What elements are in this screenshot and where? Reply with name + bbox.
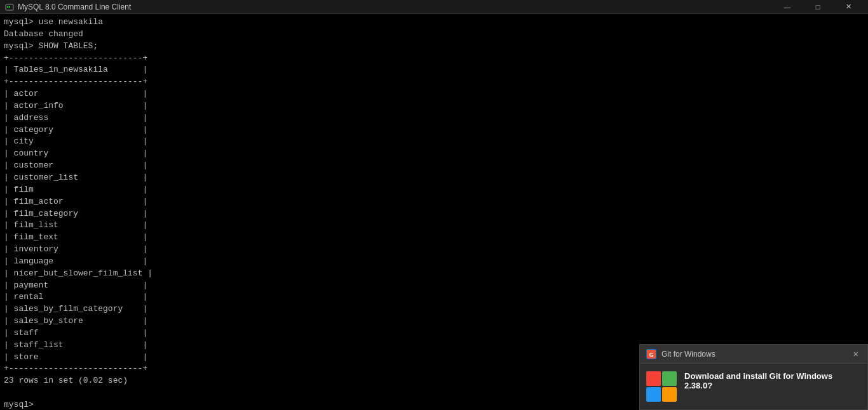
app-icon xyxy=(5,3,14,11)
git-logo xyxy=(646,371,677,402)
maximize-button[interactable]: □ xyxy=(803,0,832,14)
logo-quad-orange xyxy=(662,387,677,402)
notification-header: G Git for Windows ✕ xyxy=(640,345,867,364)
git-icon: G xyxy=(646,349,656,359)
window-controls: — □ ✕ xyxy=(773,0,863,14)
notification-app-name: Git for Windows xyxy=(661,350,851,359)
logo-quad-green xyxy=(662,371,677,386)
title-bar: MySQL 8.0 Command Line Client — □ ✕ xyxy=(0,0,868,14)
notification-close-button[interactable]: ✕ xyxy=(851,348,861,359)
svg-rect-2 xyxy=(9,6,10,8)
notification-message: Download and install Git for Windows 2.3… xyxy=(684,371,861,393)
window-title: MySQL 8.0 Command Line Client xyxy=(18,3,773,11)
notification-body: Download and install Git for Windows 2.3… xyxy=(640,364,867,409)
svg-rect-1 xyxy=(7,6,8,8)
minimize-button[interactable]: — xyxy=(773,0,802,14)
logo-quad-blue xyxy=(646,387,661,402)
logo-quad-red xyxy=(646,371,661,386)
notification-popup: G Git for Windows ✕ Download and install… xyxy=(639,344,868,410)
notification-title: Download and install Git for Windows 2.3… xyxy=(684,371,861,390)
close-button[interactable]: ✕ xyxy=(834,0,863,14)
svg-text:G: G xyxy=(649,352,653,358)
